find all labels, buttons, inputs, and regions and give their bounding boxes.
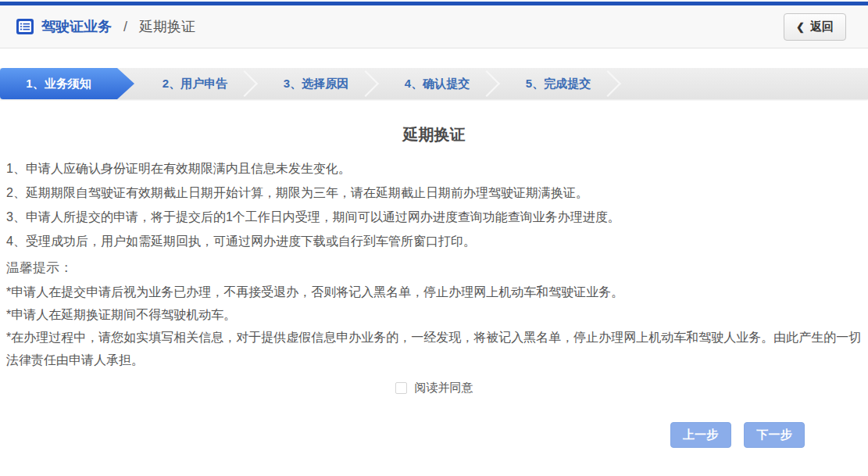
step-label: 3、选择原因: [284, 77, 348, 91]
step-label: 4、确认提交: [405, 77, 470, 91]
step-1-business-notice[interactable]: 1、业务须知: [0, 68, 134, 99]
tips-title: 温馨提示：: [6, 255, 862, 281]
step-5-complete-submit[interactable]: 5、完成提交: [498, 68, 619, 99]
tip-item-1: *申请人在提交申请后视为业务已办理，不再接受退办，否则将记入黑名单，停止办理网上…: [6, 281, 862, 303]
notice-item-3: 3、申请人所提交的申请，将于提交后的1个工作日内受理，期间可以通过网办进度查询功…: [6, 205, 862, 229]
step-label: 2、用户申告: [163, 77, 227, 91]
notice-item-2: 2、延期期限自驾驶证有效期截止日期开始计算，期限为三年，请在延期截止日期前办理驾…: [6, 181, 862, 205]
step-progress-bar: 1、业务须知 2、用户申告 3、选择原因 4、确认提交 5、完成提交: [0, 68, 868, 99]
back-button-label: 返回: [810, 20, 834, 34]
step-2-user-declaration[interactable]: 2、用户申告: [134, 68, 255, 99]
back-button[interactable]: ❮ 返回: [784, 13, 846, 41]
next-step-button[interactable]: 下一步: [744, 422, 805, 448]
step-separator-chevron: [473, 70, 500, 97]
step-separator-chevron: [231, 70, 258, 97]
step-separator-chevron: [595, 70, 621, 97]
notice-item-4: 4、受理成功后，用户如需延期回执，可通过网办进度下载或自行到车管所窗口打印。: [6, 229, 862, 253]
breadcrumb-current: 延期换证: [139, 17, 195, 36]
prev-step-button[interactable]: 上一步: [670, 422, 731, 448]
notice-item-1: 1、申请人应确认身份证明在有效期限满内且信息未发生变化。: [6, 156, 862, 181]
notice-content: 1、申请人应确认身份证明在有效期限满内且信息未发生变化。 2、延期期限自驾驶证有…: [0, 145, 868, 371]
list-icon: [16, 18, 34, 35]
header: 驾驶证业务 / 延期换证 ❮ 返回: [0, 5, 868, 48]
page-title: 延期换证: [0, 124, 868, 145]
agree-checkbox[interactable]: [395, 382, 407, 394]
chevron-left-icon: ❮: [796, 21, 805, 33]
step-4-confirm-submit[interactable]: 4、确认提交: [377, 68, 498, 99]
breadcrumb: 驾驶证业务 / 延期换证: [16, 17, 195, 36]
breadcrumb-separator: /: [123, 19, 127, 35]
tip-item-2: *申请人在延期换证期间不得驾驶机动车。: [6, 303, 862, 326]
agree-label[interactable]: 阅读并同意: [415, 381, 473, 395]
step-label: 1、业务须知: [26, 77, 91, 91]
footer-buttons: 上一步 下一步: [0, 422, 868, 448]
step-label: 5、完成提交: [526, 77, 591, 91]
step-separator-chevron: [352, 70, 379, 97]
breadcrumb-section[interactable]: 驾驶证业务: [41, 17, 112, 36]
step-3-select-reason[interactable]: 3、选择原因: [255, 68, 377, 99]
tip-item-3: *在办理过程中，请您如实填写相关信息，对于提供虚假信息申办业务的，一经发现，将被…: [6, 326, 862, 371]
step-bar-filler: [619, 68, 868, 99]
agree-row: 阅读并同意: [0, 381, 868, 395]
